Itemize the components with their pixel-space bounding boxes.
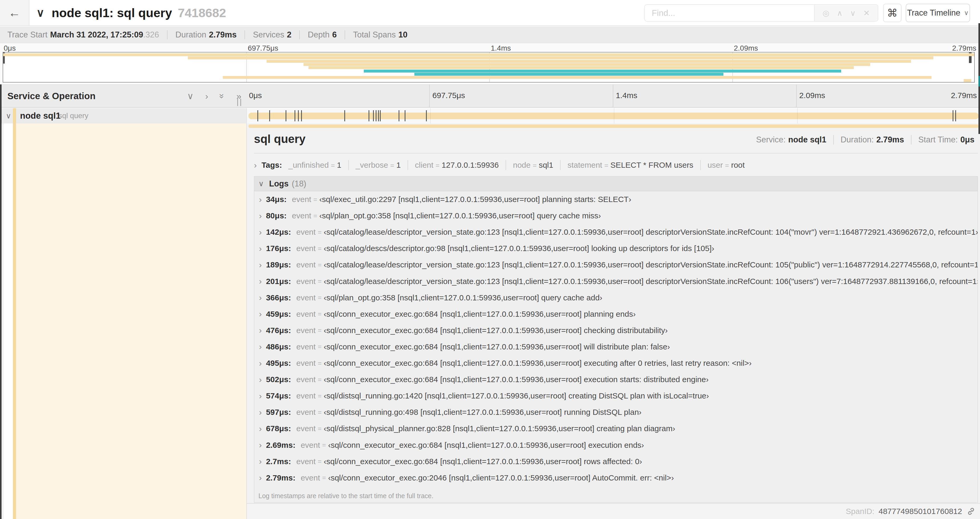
span-id-label: SpanID: [846, 507, 874, 516]
tag-item: _verbose=1 [356, 161, 401, 169]
summary-separator [245, 30, 245, 39]
chevron-right-icon: › [259, 260, 262, 270]
keyboard-shortcuts-button[interactable]: ⌘ [883, 4, 902, 22]
log-event-tick [369, 110, 369, 121]
minimap-span-bar [364, 70, 841, 72]
span-row-name-cell[interactable]: ∨ node sql1 sql query [0, 108, 246, 123]
log-entry-row[interactable]: ›476μs:event=‹sql/conn_executor_exec.go:… [254, 322, 978, 339]
logs-label: Logs [269, 179, 289, 188]
minimap-span-bar [3, 53, 975, 56]
span-detail-footer: SpanID: 4877749850101760812 [247, 503, 980, 519]
find-result-tools: ◎ ∧ ∨ ✕ [814, 4, 878, 22]
summary-item-total-spans: Total Spans10 [353, 30, 407, 40]
clear-search-icon[interactable]: ✕ [863, 8, 870, 18]
ruler-divider [796, 85, 797, 107]
meta-separator [911, 135, 912, 145]
chevron-right-icon: › [259, 473, 262, 482]
page-header: ← ∨ node sql1: sql query 7418682 Find...… [0, 0, 980, 26]
log-entry-row[interactable]: ›597μs:event=‹sql/distsql_running.go:498… [254, 404, 978, 420]
chevron-down-icon: ∨ [37, 6, 45, 19]
view-selector-dropdown[interactable]: Trace Timeline ∨ [906, 4, 970, 22]
prev-result-icon[interactable]: ∧ [837, 8, 843, 18]
span-detail-panel: sql query Service:node sql1Duration:2.79… [246, 123, 980, 519]
trace-id: 7418682 [178, 6, 226, 20]
log-entry-row[interactable]: ›176μs:event=‹sql/catalog/descs/descript… [254, 240, 978, 257]
tag-item: client=127.0.0.1:59936 [415, 161, 499, 169]
log-event-tick [399, 110, 399, 121]
left-edge-strip [0, 85, 2, 519]
summary-separator [299, 30, 300, 39]
tag-separator [407, 160, 408, 170]
chevron-right-icon: › [259, 457, 262, 466]
find-input[interactable]: Find... [644, 4, 814, 22]
locate-icon[interactable]: ◎ [822, 8, 829, 18]
log-entry-row[interactable]: ›34μs:event=‹sql/exec_util.go:2297 [nsql… [254, 191, 978, 208]
span-row-bar-cell[interactable] [246, 108, 980, 123]
span-id-group: SpanID: 4877749850101760812 [846, 504, 976, 519]
log-event-tick [269, 110, 270, 121]
log-entry-row[interactable]: ›495μs:event=‹sql/conn_executor_exec.go:… [254, 355, 978, 371]
collapse-one-icon[interactable]: ∨ [187, 91, 194, 101]
ruler-tick-label: 1.4ms [616, 91, 638, 100]
chevron-right-icon: › [259, 227, 262, 237]
deep-link-icon[interactable] [966, 506, 976, 516]
next-result-icon[interactable]: ∨ [850, 8, 856, 18]
span-row: ∨ node sql1 sql query [0, 108, 980, 123]
log-entry-row[interactable]: ›486μs:event=‹sql/conn_executor_exec.go:… [254, 339, 978, 355]
minimap-span-bar [223, 76, 932, 79]
log-event-tick [375, 110, 377, 121]
chevron-right-icon: › [259, 424, 262, 434]
ruler-tick-label: 0μs [249, 91, 262, 100]
detail-span-bar-strip [248, 125, 979, 128]
log-entry-row[interactable]: ›574μs:event=‹sql/distsql_running.go:142… [254, 388, 978, 404]
back-arrow-icon: ← [8, 6, 21, 20]
minimap-tick-label: 1.4ms [491, 44, 511, 53]
chevron-right-icon: › [259, 342, 262, 351]
log-event-tick [298, 110, 299, 121]
minimap-canvas[interactable] [3, 52, 975, 83]
ruler-divider [613, 85, 613, 107]
trace-header-collapse-toggle[interactable]: ∨ [37, 0, 45, 25]
chevron-right-icon: › [259, 309, 262, 319]
chevron-down-icon: ∨ [6, 112, 11, 120]
log-entry-row[interactable]: ›502μs:event=‹sql/conn_executor_exec.go:… [254, 371, 978, 388]
chevron-right-icon: › [259, 244, 262, 254]
log-entry-row[interactable]: ›142μs:event=‹sql/catalog/lease/descript… [254, 224, 978, 240]
back-button[interactable]: ← [0, 0, 30, 25]
tag-separator [506, 160, 506, 170]
span-color-accent-stripe [13, 123, 16, 519]
log-event-tick [380, 110, 381, 121]
log-entry-row[interactable]: ›2.79ms:event=‹sql/conn_executor_exec.go… [254, 469, 978, 486]
span-meta-fields: Service:node sql1Duration:2.79msStart Ti… [756, 135, 974, 145]
expand-one-icon[interactable]: › [205, 91, 208, 101]
column-resize-handle[interactable]: || [237, 97, 245, 107]
gutter-divider [3, 123, 3, 519]
logs-header[interactable]: ∨ Logs (18) [254, 176, 978, 191]
log-entry-row[interactable]: ›189μs:event=‹sql/catalog/lease/descript… [254, 257, 978, 273]
summary-item-services: Services2 [253, 30, 291, 40]
command-icon: ⌘ [887, 7, 897, 19]
tags-accordion[interactable]: › Tags: _unfinished=1_verbose=1client=12… [254, 157, 978, 173]
tag-item: _unfinished=1 [288, 161, 341, 169]
tag-item: statement=SELECT * FROM users [568, 161, 693, 169]
chevron-down-icon: ∨ [258, 179, 264, 188]
log-entry-row[interactable]: ›366μs:event=‹sql/plan_opt.go:358 [nsql1… [254, 289, 978, 306]
chevron-right-icon: › [259, 326, 262, 335]
chevron-right-icon: › [259, 293, 262, 302]
log-event-tick [953, 110, 953, 121]
log-entry-row[interactable]: ›2.69ms:event=‹sql/conn_executor_exec.go… [254, 437, 978, 454]
span-children-expander[interactable]: ∨ [6, 108, 11, 123]
log-entry-row[interactable]: ›80μs:event=‹sql/plan_opt.go:358 [nsql1,… [254, 208, 978, 224]
detail-meta-field: Start Time:0μs [918, 135, 974, 145]
ruler-tick-label: 2.79ms [951, 91, 977, 100]
find-placeholder: Find... [652, 8, 675, 18]
log-entry-row[interactable]: ›2.7ms:event=‹sql/conn_executor_exec.go:… [254, 454, 978, 469]
log-entry-row[interactable]: ›459μs:event=‹sql/conn_executor_exec.go:… [254, 306, 978, 322]
log-entry-row[interactable]: ›678μs:event=‹sql/distsql_physical_plann… [254, 420, 978, 437]
minimap-span-bar [188, 56, 933, 59]
tags-items: _unfinished=1_verbose=1client=127.0.0.1:… [288, 160, 745, 170]
collapse-all-icon[interactable]: » [217, 94, 228, 99]
log-entry-row[interactable]: ›201μs:event=‹sql/catalog/lease/descript… [254, 273, 978, 289]
ruler-tick-label: 697.75μs [432, 91, 465, 100]
service-operation-column-title: Service & Operation [7, 85, 95, 107]
